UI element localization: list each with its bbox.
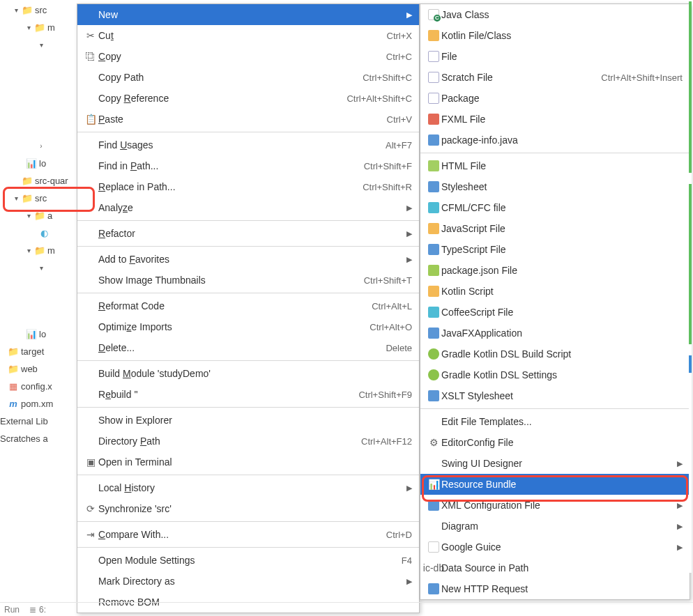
new-gradle-settings[interactable]: Gradle Kotlin DSL Settings: [420, 364, 690, 385]
menu-item-label: Replace in Path...: [98, 181, 176, 192]
menu-separator: [77, 475, 419, 475]
new-editorconfig[interactable]: ⚙EditorConfig File: [420, 432, 690, 453]
new-fxml-file[interactable]: FXML File: [420, 109, 690, 130]
xml-icon: ▦: [7, 381, 20, 392]
ctx-new[interactable]: New▶: [77, 4, 419, 25]
new-kotlin-script-icon: [426, 286, 441, 297]
new-xslt[interactable]: XSLT Stylesheet: [420, 385, 690, 406]
new-kotlin-file-icon: [426, 30, 441, 41]
new-google-guice[interactable]: Google Guice▶: [420, 537, 690, 557]
ctx-find-in-path[interactable]: Find in Path...Ctrl+Shift+F: [77, 155, 419, 176]
menu-item-shortcut: Ctrl+D: [372, 530, 412, 540]
ctx-compare-with[interactable]: ⇥Compare With...Ctrl+D: [77, 524, 419, 545]
new-http-request[interactable]: New HTTP Request: [420, 578, 690, 599]
new-gradle-build[interactable]: Gradle Kotlin DSL Build Script: [420, 344, 690, 364]
ctx-find-usages[interactable]: Find UsagesAlt+F7: [77, 134, 419, 155]
submenu-arrow-icon: ▶: [401, 255, 412, 264]
ctx-copy[interactable]: ⿻CopyCtrl+C: [77, 46, 419, 67]
ctx-copy-path[interactable]: Copy PathCtrl+Shift+C: [77, 67, 419, 88]
menu-item-shortcut: Ctrl+Alt+F12: [347, 436, 412, 447]
menu-separator: [77, 547, 419, 548]
new-javafx-app[interactable]: JavaFXApplication: [420, 323, 690, 344]
new-package-json[interactable]: package.json File: [420, 260, 690, 281]
new-swing-ui[interactable]: Swing UI Designer▶: [420, 453, 690, 474]
folder-icon: 📁: [21, 193, 33, 203]
menu-separator: [420, 408, 690, 409]
new-scratch-file-icon: [426, 72, 441, 83]
menu-separator: [420, 153, 690, 153]
menu-item-label: Package: [441, 93, 479, 104]
menu-item-shortcut: Ctrl+Alt+O: [356, 322, 412, 332]
ctx-analyze[interactable]: Analyze▶: [77, 197, 419, 218]
menu-item-shortcut: Ctrl+Shift+F9: [344, 390, 412, 400]
new-file[interactable]: File: [420, 46, 690, 67]
new-submenu[interactable]: Java ClassKotlin File/ClassFileScratch F…: [420, 3, 690, 600]
new-stylesheet[interactable]: Stylesheet: [420, 176, 690, 197]
new-gradle-build-icon: [426, 348, 441, 360]
ctx-cut[interactable]: ✂CutCtrl+X: [77, 25, 419, 46]
ctx-reformat[interactable]: Reformat CodeCtrl+Alt+L: [77, 295, 419, 316]
ctx-show-explorer[interactable]: Show in Explorer: [77, 410, 419, 431]
new-java-class-icon: [426, 9, 441, 20]
new-diagram[interactable]: Diagram▶: [420, 516, 690, 537]
menu-item-label: Open in Terminal: [98, 456, 172, 468]
new-data-source[interactable]: ic-dbData Source in Path: [420, 557, 690, 578]
ctx-copy-reference[interactable]: Copy ReferenceCtrl+Alt+Shift+C: [77, 88, 419, 109]
ctx-local-history[interactable]: Local History▶: [77, 477, 419, 498]
new-xml-config-icon: [426, 500, 441, 511]
run-label[interactable]: Run: [4, 605, 20, 615]
new-coffeescript[interactable]: CoffeeScript File: [420, 302, 690, 323]
ctx-replace-in-path[interactable]: Replace in Path...Ctrl+Shift+R: [77, 176, 419, 197]
menu-item-label: Find in Path...: [98, 160, 158, 171]
menu-item-shortcut: Ctrl+Shift+T: [350, 275, 412, 286]
ctx-directory-path[interactable]: Directory PathCtrl+Alt+F12: [77, 431, 419, 452]
new-java-class[interactable]: Java Class: [420, 4, 690, 25]
ctx-refactor[interactable]: Refactor▶: [77, 223, 419, 244]
ctx-add-favorites[interactable]: Add to Favorites▶: [77, 249, 419, 270]
new-scratch-file[interactable]: Scratch FileCtrl+Alt+Shift+Insert: [420, 67, 690, 88]
menu-item-label: Kotlin Script: [441, 286, 494, 297]
menu-item-label: Directory Path: [98, 436, 160, 447]
menu-separator: [77, 132, 419, 132]
new-html-file-icon: [426, 160, 441, 171]
new-xml-config[interactable]: XML Configuration File▶: [420, 495, 690, 516]
new-package-info[interactable]: package-info.java: [420, 130, 690, 151]
ctx-rebuild[interactable]: Rebuild ''Ctrl+Shift+F9: [77, 384, 419, 405]
new-cfml-file[interactable]: CFML/CFC file: [420, 197, 690, 218]
menu-item-label: File: [441, 51, 457, 62]
submenu-arrow-icon: ▶: [671, 501, 683, 510]
new-kotlin-file[interactable]: Kotlin File/Class: [420, 25, 690, 46]
menu-item-label: Scratch File: [441, 72, 493, 83]
ctx-paste[interactable]: 📋PasteCtrl+V: [77, 109, 419, 130]
ctx-build-module[interactable]: Build Module 'studyDemo': [77, 363, 419, 384]
new-package[interactable]: Package: [420, 88, 690, 109]
new-edit-templates[interactable]: Edit File Templates...: [420, 411, 690, 432]
menu-item-label: Cut: [98, 30, 114, 41]
new-javascript-file[interactable]: JavaScript File: [420, 218, 690, 239]
context-menu[interactable]: New▶✂CutCtrl+X⿻CopyCtrl+CCopy PathCtrl+S…: [77, 3, 420, 613]
new-typescript-file[interactable]: TypeScript File: [420, 239, 690, 260]
ctx-open-terminal-icon: ▣: [83, 456, 98, 468]
menu-item-label: JavaScript File: [441, 223, 505, 234]
ctx-paste-icon: 📋: [83, 114, 98, 125]
six-label[interactable]: 6:: [39, 605, 46, 615]
ctx-show-thumbs[interactable]: Show Image ThumbnailsCtrl+Shift+T: [77, 270, 419, 291]
new-gradle-settings-icon: [426, 369, 441, 380]
new-http-request-icon: [426, 583, 441, 594]
menu-item-shortcut: Ctrl+X: [373, 31, 412, 41]
menu-item-label: EditorConfig File: [441, 437, 514, 448]
menu-item-shortcut: Ctrl+V: [373, 114, 412, 125]
ctx-optimize-imports[interactable]: Optimize ImportsCtrl+Alt+O: [77, 316, 419, 337]
ctx-mark-directory[interactable]: Mark Directory as▶: [77, 571, 419, 592]
menu-item-shortcut: Alt+F7: [372, 140, 412, 151]
new-kotlin-script[interactable]: Kotlin Script: [420, 281, 690, 302]
menu-item-label: HTML File: [441, 160, 486, 171]
new-resource-bundle[interactable]: 📊Resource Bundle: [420, 474, 690, 495]
new-html-file[interactable]: HTML File: [420, 155, 690, 176]
ctx-delete[interactable]: Delete...Delete: [77, 337, 419, 358]
menu-item-label: Stylesheet: [441, 181, 487, 192]
ctx-module-settings[interactable]: Open Module SettingsF4: [77, 550, 419, 571]
ctx-open-terminal[interactable]: ▣Open in Terminal: [77, 452, 419, 472]
submenu-arrow-icon: ▶: [671, 522, 683, 531]
ctx-synchronize[interactable]: ⟳Synchronize 'src': [77, 498, 419, 519]
